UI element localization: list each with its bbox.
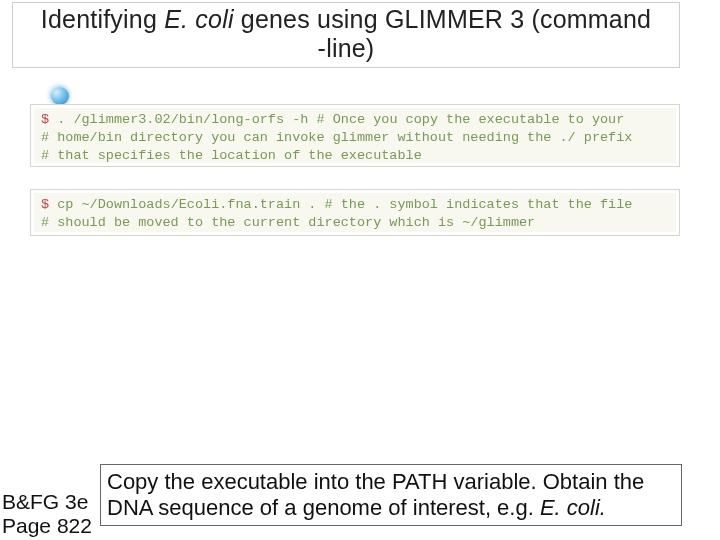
footer-textbox: Copy the executable into the PATH variab… bbox=[100, 464, 682, 526]
shell-comment: # should be moved to the current directo… bbox=[41, 214, 669, 232]
code-block-2: $ cp ~/Downloads/Ecoli.fna.train . # the… bbox=[30, 189, 680, 236]
slide: Identifying E. coli genes using GLIMMER … bbox=[0, 0, 720, 540]
shell-command: cp ~/Downloads/Ecoli.fna.train . bbox=[49, 197, 316, 212]
title-text-mid: genes using GLIMMER 3 (command bbox=[234, 5, 651, 33]
shell-comment: # home/bin directory you can invoke glim… bbox=[41, 129, 669, 147]
shell-prompt: $ bbox=[41, 197, 49, 212]
shell-prompt: $ bbox=[41, 112, 49, 127]
footer-text-italic: E. coli. bbox=[540, 495, 606, 520]
code-line: $ cp ~/Downloads/Ecoli.fna.train . # the… bbox=[41, 196, 669, 214]
code-block-1: $ . /glimmer3.02/bin/long-orfs -h # Once… bbox=[30, 104, 680, 167]
shell-comment: # the . symbol indicates that the file bbox=[316, 197, 632, 212]
slide-title-line2: -line) bbox=[318, 34, 375, 63]
bullet-sphere bbox=[51, 87, 69, 105]
shell-comment: # Once you copy the executable to your bbox=[308, 112, 624, 127]
shell-comment: # that specifies the location of the exe… bbox=[41, 147, 669, 165]
title-text-italic: E. coli bbox=[164, 5, 233, 33]
code-line: $ . /glimmer3.02/bin/long-orfs -h # Once… bbox=[41, 111, 669, 129]
footer-reference: B&FG 3e Page 822 bbox=[0, 490, 92, 540]
footer-ref-line1: B&FG 3e bbox=[2, 490, 92, 514]
title-text-pre: Identifying bbox=[41, 5, 164, 33]
footer-ref-line2: Page 822 bbox=[2, 514, 92, 538]
title-container: Identifying E. coli genes using GLIMMER … bbox=[12, 2, 680, 68]
slide-title: Identifying E. coli genes using GLIMMER … bbox=[41, 5, 651, 34]
shell-command: . /glimmer3.02/bin/long-orfs -h bbox=[57, 112, 308, 127]
